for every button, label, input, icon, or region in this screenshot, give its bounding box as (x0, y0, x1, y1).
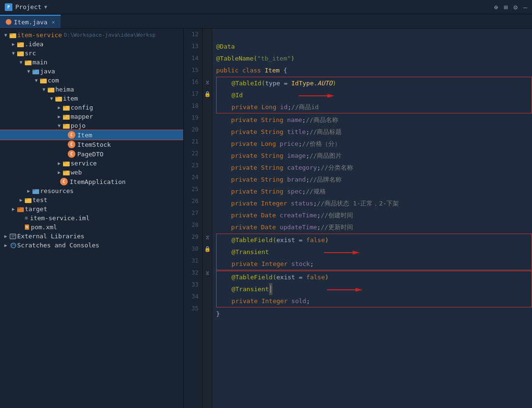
tree-item-pom[interactable]: m pom.xml (0, 223, 183, 232)
minimize-icon[interactable]: — (523, 3, 527, 11)
folder-icon-root (10, 32, 17, 39)
gutter-32: ⧖ (203, 267, 212, 279)
arrow-scratches: ▶ (2, 243, 10, 248)
arrow-pojo: ▼ (55, 123, 63, 128)
gutter-21 (203, 136, 212, 148)
tab-item-java[interactable]: Item.java ✕ (0, 15, 61, 28)
tree-item-mapper[interactable]: ▶ mapper (0, 112, 183, 121)
title-bar-left: P Project ▼ (5, 3, 47, 11)
cursor-block: │ (269, 283, 273, 295)
code-line-30: @Transient (217, 246, 532, 258)
code-line-32: @TableField(exist = false) (217, 271, 532, 283)
tree-item-root[interactable]: ▼ item-service D:\Workspace-java\idea\Wo… (0, 31, 183, 40)
xml-icon: m (25, 224, 29, 230)
var-name: name (287, 114, 302, 126)
tree-item-ext-libs[interactable]: ▶ External Libraries (0, 232, 183, 241)
ln-16: 16 (188, 76, 198, 88)
svg-rect-23 (63, 162, 66, 163)
arrow-target: ▶ (10, 206, 17, 212)
ln-20: 20 (188, 124, 198, 136)
folder-icon-com (40, 77, 48, 84)
tree-item-PageDTO[interactable]: C PageDTO (0, 149, 183, 159)
tree-item-web[interactable]: ▶ web (0, 168, 183, 177)
tree-item-resources[interactable]: ▶ resources (0, 186, 183, 195)
tree-item-scratches[interactable]: ▶ Scratches and Consoles (0, 241, 183, 250)
java-label: java (40, 68, 55, 75)
gutter-20 (203, 124, 212, 136)
tree-item-item-folder[interactable]: ▼ item (0, 94, 183, 103)
ln-12: 12 (188, 29, 198, 41)
code-editor: 12 13 14 15 16 17 18 19 20 21 22 23 24 2… (184, 29, 532, 408)
arrow-root: ▼ (2, 32, 10, 38)
tree-item-iml[interactable]: ≡ item-service.iml (0, 214, 183, 223)
red-box-group-1: @TableId(type = IdType.AUTO) @Id (216, 77, 532, 113)
layout-icon[interactable]: ⊞ (504, 3, 508, 11)
svg-rect-25 (63, 171, 66, 172)
arrow-web: ▶ (55, 170, 63, 175)
arrow-service: ▶ (55, 161, 63, 166)
token-tablename-close: ) (291, 52, 295, 64)
PageDTO-label: PageDTO (77, 151, 104, 158)
tree-item-com[interactable]: ▼ com (0, 76, 183, 85)
item-folder-label: item (63, 95, 78, 102)
tree-item-pojo[interactable]: ▼ pojo (0, 121, 183, 130)
tab-label: Item.java (14, 19, 47, 26)
svg-rect-15 (55, 97, 58, 98)
sp19 (216, 114, 231, 126)
folder-icon-idea (17, 41, 25, 48)
token-tableField-29: @TableField( (217, 234, 276, 246)
tree-item-test[interactable]: ▶ test (0, 195, 183, 204)
code-line-33: @Transient│ (217, 283, 532, 295)
svg-rect-11 (40, 79, 43, 80)
settings-icon[interactable]: ⚙ (513, 3, 517, 11)
tree-item-target[interactable]: ▶ target (0, 204, 183, 214)
line-numbers: 12 13 14 15 16 17 18 19 20 21 22 23 24 2… (184, 29, 203, 408)
token-closing-brace: } (216, 308, 220, 320)
token-transient-30: @Transient (217, 246, 269, 258)
folder-icon-test (25, 197, 32, 204)
ln-32: 32 (188, 267, 198, 279)
svg-marker-39 (353, 251, 360, 255)
tree-item-ItemApplication[interactable]: C ItemApplication (0, 177, 183, 186)
com-label: com (48, 77, 59, 84)
idea-label: .idea (25, 41, 43, 48)
gutter-25 (203, 184, 212, 195)
tree-item-main[interactable]: ▼ main (0, 58, 183, 67)
svg-rect-21 (63, 124, 66, 125)
svg-rect-29 (25, 198, 28, 200)
code-line-20: private String title;//商品标题 (216, 126, 532, 138)
arrow-item-folder: ▼ (48, 96, 55, 101)
ln-34: 34 (188, 291, 198, 303)
gutter-18 (203, 100, 212, 112)
tree-item-java[interactable]: ▼ java (0, 67, 183, 76)
tree-item-ItemStock[interactable]: C ItemStock (0, 140, 183, 149)
tab-close-button[interactable]: ✕ (52, 19, 55, 25)
globe-icon[interactable]: ⊕ (494, 3, 498, 11)
test-label: test (32, 196, 47, 204)
code-line-28: private Date updateTime;//更新时间 (216, 221, 532, 233)
tree-item-idea[interactable]: ▶ .idea (0, 40, 183, 49)
project-dropdown-arrow[interactable]: ▼ (44, 4, 47, 10)
folder-icon-config (63, 104, 71, 111)
class-icon-ItemStock: C (68, 141, 75, 148)
tree-item-config[interactable]: ▶ config (0, 103, 183, 112)
arrow-heima: ▼ (40, 87, 48, 92)
service-label: service (71, 160, 97, 167)
folder-icon-item (55, 95, 63, 102)
gutter-33 (203, 279, 212, 291)
ln-13: 13 (188, 41, 198, 52)
gutter-16: ⧖ (203, 76, 212, 88)
ln-25: 25 (188, 184, 198, 195)
ln-33: 33 (188, 279, 198, 291)
code-area[interactable]: @Data @TableName("tb_item") public class… (212, 29, 532, 408)
tree-item-Item[interactable]: C Item (0, 130, 183, 140)
tree-item-heima[interactable]: ▼ heima (0, 85, 183, 94)
tree-item-src[interactable]: ▼ src (0, 49, 183, 58)
token-transient-33: @Transient (217, 283, 269, 295)
gutter-26 (203, 195, 212, 207)
gutter-27 (203, 207, 212, 219)
svg-rect-1 (10, 33, 12, 35)
src-label: src (25, 50, 36, 57)
tree-item-service[interactable]: ▶ service (0, 159, 183, 168)
token-spaces-18 (217, 101, 231, 113)
